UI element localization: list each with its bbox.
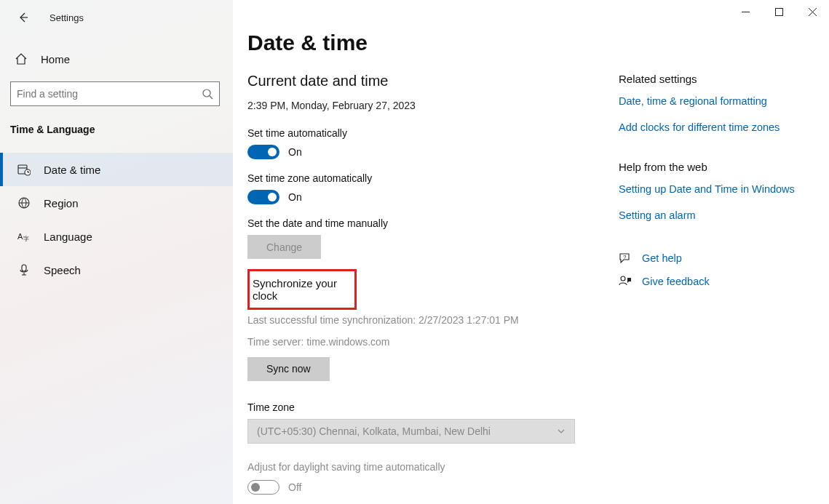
link-setup[interactable]: Setting up Date and Time in Windows (619, 183, 808, 195)
feedback-icon (619, 275, 632, 288)
sidebar-item-label: Language (44, 231, 92, 243)
content: Date & time Current date and time 2:39 P… (233, 0, 619, 504)
set-tz-auto-toggle[interactable] (247, 190, 279, 204)
toggle-state: Off (288, 481, 301, 493)
set-time-auto-row: On (247, 145, 619, 159)
sidebar-item-speech[interactable]: Speech (0, 253, 233, 287)
chevron-down-icon (557, 427, 566, 436)
dst-toggle (247, 480, 279, 495)
category-label: Time & Language (10, 124, 233, 135)
svg-point-9 (621, 276, 625, 281)
sync-server: Time server: time.windows.com (247, 335, 619, 349)
right-column: Related settings Date, time & regional f… (619, 0, 822, 504)
search-icon (202, 88, 213, 100)
svg-text:A: A (17, 232, 23, 241)
close-icon (809, 8, 817, 16)
help-chat-icon: ? (619, 252, 632, 265)
sidebar-item-label: Speech (44, 264, 81, 276)
microphone-icon (17, 263, 31, 276)
svg-text:?: ? (623, 254, 627, 260)
svg-point-0 (203, 89, 210, 97)
sync-last: Last successful time synchronization: 2/… (247, 313, 619, 327)
search-box[interactable] (10, 81, 220, 106)
current-heading: Current date and time (247, 73, 619, 89)
set-tz-auto-label: Set time zone automatically (247, 172, 619, 184)
support-block: ? Get help Give feedback (619, 252, 808, 288)
app-title: Settings (49, 12, 84, 23)
get-help-text: Get help (642, 252, 682, 264)
link-alarm[interactable]: Setting an alarm (619, 209, 808, 221)
back-button[interactable] (16, 10, 31, 25)
svg-rect-7 (775, 8, 782, 15)
language-icon: A字 (17, 230, 31, 243)
sidebar-item-date-time[interactable]: Date & time (0, 153, 233, 186)
set-tz-auto-row: On (247, 190, 619, 204)
link-clocks[interactable]: Add clocks for different time zones (619, 121, 808, 133)
calendar-clock-icon (17, 163, 31, 176)
help-heading: Help from the web (619, 161, 808, 173)
search-input[interactable] (17, 88, 202, 100)
sidebar-home[interactable]: Home (0, 45, 233, 73)
nav-items: Date & time Region A字 Language Speech (0, 153, 233, 287)
close-button[interactable] (796, 0, 829, 23)
feedback-link[interactable]: Give feedback (619, 275, 808, 288)
feedback-text: Give feedback (642, 276, 710, 287)
manual-label: Set the date and time manually (247, 217, 619, 229)
dst-row: Off (247, 480, 619, 495)
arrow-left-icon (17, 12, 29, 23)
window-controls (729, 0, 829, 23)
dst-section: Adjust for daylight saving time automati… (247, 461, 619, 495)
svg-rect-6 (22, 265, 26, 271)
toggle-state: On (288, 146, 302, 158)
current-datetime: 2:39 PM, Monday, February 27, 2023 (247, 100, 619, 111)
minimize-icon (742, 8, 750, 16)
timezone-section: Time zone (UTC+05:30) Chennai, Kolkata, … (247, 401, 619, 444)
change-button: Change (247, 235, 321, 259)
sidebar-header: Settings (0, 0, 233, 32)
sidebar: Settings Home Time & Language Date & tim… (0, 0, 233, 504)
svg-text:字: 字 (23, 236, 29, 242)
sync-heading-highlight: Synchronize your clock (247, 269, 357, 310)
main: Date & time Current date and time 2:39 P… (233, 0, 829, 504)
timezone-dropdown: (UTC+05:30) Chennai, Kolkata, Mumbai, Ne… (247, 419, 575, 444)
help-block: Help from the web Setting up Date and Ti… (619, 161, 808, 221)
get-help-link[interactable]: ? Get help (619, 252, 808, 265)
page-title: Date & time (247, 31, 619, 55)
link-formatting[interactable]: Date, time & regional formatting (619, 95, 808, 107)
sidebar-item-label: Region (44, 197, 79, 209)
timezone-value: (UTC+05:30) Chennai, Kolkata, Mumbai, Ne… (257, 425, 491, 437)
minimize-button[interactable] (729, 0, 762, 23)
set-time-auto-toggle[interactable] (247, 145, 279, 159)
related-heading: Related settings (619, 73, 808, 85)
home-icon (15, 52, 28, 65)
globe-icon (17, 196, 31, 209)
sync-section: Synchronize your clock Last successful t… (247, 269, 619, 381)
sync-now-button[interactable]: Sync now (247, 357, 330, 381)
sidebar-item-label: Date & time (44, 164, 100, 176)
sidebar-item-language[interactable]: A字 Language (0, 220, 233, 253)
set-time-auto-label: Set time automatically (247, 127, 619, 139)
toggle-state: On (288, 191, 302, 203)
timezone-label: Time zone (247, 401, 619, 413)
home-label: Home (41, 53, 70, 65)
maximize-icon (775, 8, 783, 16)
maximize-button[interactable] (762, 0, 796, 23)
dst-label: Adjust for daylight saving time automati… (247, 461, 619, 473)
sidebar-item-region[interactable]: Region (0, 186, 233, 220)
